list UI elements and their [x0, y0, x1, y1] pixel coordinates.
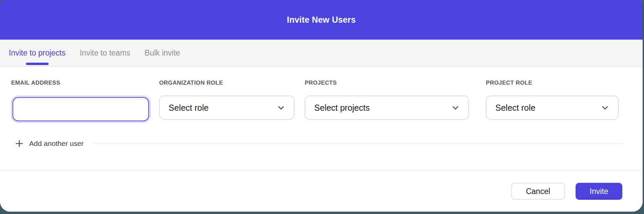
email-address-field: EMAIL ADDRESS [11, 80, 151, 121]
projects-field: PROJECTS Select projects [305, 80, 469, 120]
chevron-down-icon [451, 104, 459, 112]
invite-user-row: EMAIL ADDRESS ORGANIZATION ROLE Select r… [11, 80, 629, 121]
add-another-user-row: Add another user [11, 140, 629, 148]
tab-bar: Invite to projects Invite to teams Bulk … [0, 40, 643, 67]
organization-role-field: ORGANIZATION ROLE Select role [159, 80, 295, 120]
cancel-button[interactable]: Cancel [511, 183, 565, 200]
active-tab-underline [26, 63, 49, 65]
chevron-down-icon [277, 104, 285, 112]
project-role-field: PROJECT ROLE Select role [486, 80, 619, 120]
email-address-label: EMAIL ADDRESS [11, 80, 151, 86]
modal-title: Invite New Users [287, 15, 356, 25]
plus-icon [15, 140, 23, 148]
projects-selected-value: Select projects [314, 103, 370, 113]
tab-invite-to-projects[interactable]: Invite to projects [9, 40, 72, 66]
project-role-select[interactable]: Select role [486, 95, 619, 120]
tab-bulk-invite[interactable]: Bulk invite [137, 40, 187, 66]
chevron-down-icon [601, 104, 609, 112]
projects-select[interactable]: Select projects [305, 95, 469, 120]
tab-invite-to-teams-label: Invite to teams [80, 48, 130, 58]
invite-new-users-modal: Invite New Users Invite to projects Invi… [0, 0, 643, 212]
add-another-user-button[interactable]: Add another user [15, 140, 84, 148]
organization-role-select[interactable]: Select role [159, 95, 295, 120]
project-role-label: PROJECT ROLE [486, 80, 619, 86]
organization-role-selected-value: Select role [169, 103, 209, 113]
tab-invite-to-teams[interactable]: Invite to teams [72, 40, 137, 66]
tab-invite-to-projects-label: Invite to projects [9, 48, 65, 58]
invite-form: EMAIL ADDRESS ORGANIZATION ROLE Select r… [0, 67, 643, 170]
page-background: Invite New Users Invite to projects Invi… [0, 0, 644, 214]
tab-bulk-invite-label: Bulk invite [145, 48, 180, 58]
horizontal-divider [93, 143, 624, 144]
project-role-selected-value: Select role [495, 103, 535, 113]
organization-role-label: ORGANIZATION ROLE [159, 80, 295, 86]
add-another-user-label: Add another user [29, 140, 84, 148]
email-address-input[interactable] [13, 97, 149, 121]
projects-label: PROJECTS [305, 80, 469, 86]
modal-footer: Cancel Invite [0, 170, 643, 212]
invite-button[interactable]: Invite [576, 183, 622, 200]
modal-header: Invite New Users [0, 0, 643, 40]
